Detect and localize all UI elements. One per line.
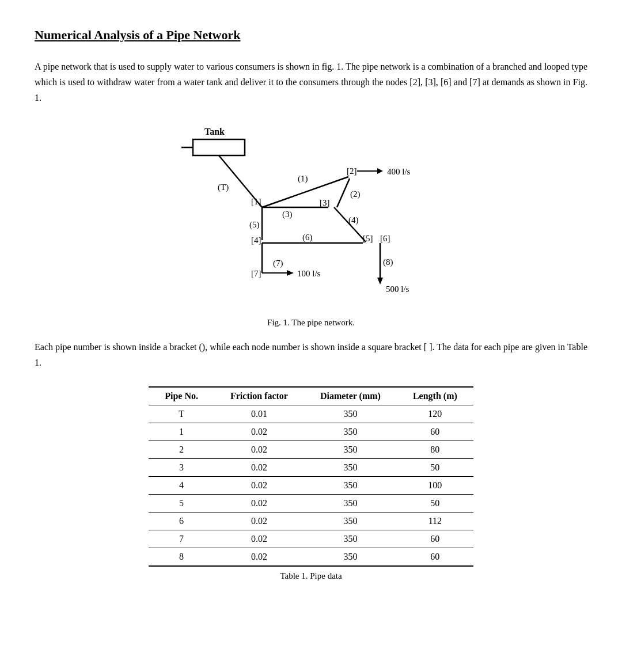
table-cell-5-2: 350	[304, 494, 397, 512]
table-row: 10.0235060	[149, 423, 473, 441]
svg-text:(4): (4)	[348, 215, 359, 225]
table-cell-4-2: 350	[304, 476, 397, 494]
table-header-row: Pipe No. Friction factor Diameter (mm) L…	[149, 387, 473, 405]
svg-text:[7]: [7]	[251, 269, 261, 278]
table-cell-5-0: 5	[149, 494, 214, 512]
table-row: 80.0235060	[149, 548, 473, 566]
table-cell-7-1: 0.02	[214, 530, 304, 548]
table-row: T0.01350120	[149, 405, 473, 423]
table-cell-8-2: 350	[304, 548, 397, 566]
svg-marker-10	[377, 168, 383, 174]
svg-text:(7): (7)	[273, 259, 283, 268]
table-cell-2-0: 2	[149, 441, 214, 458]
table-cell-0-3: 120	[397, 405, 473, 423]
table-row: 50.0235050	[149, 494, 473, 512]
svg-text:400 l/s: 400 l/s	[387, 167, 411, 176]
svg-text:(T): (T)	[218, 183, 229, 192]
svg-text:(2): (2)	[350, 189, 361, 199]
table-cell-4-0: 4	[149, 476, 214, 494]
table-cell-3-2: 350	[304, 458, 397, 476]
svg-text:Tank: Tank	[204, 127, 225, 136]
table-cell-0-0: T	[149, 405, 214, 423]
table-cell-6-0: 6	[149, 512, 214, 530]
col-header-pipe-no: Pipe No.	[149, 387, 214, 405]
table-cell-5-3: 50	[397, 494, 473, 512]
intro-paragraph: A pipe network that is used to supply wa…	[35, 59, 587, 106]
col-header-length: Length (m)	[397, 387, 473, 405]
table-cell-6-1: 0.02	[214, 512, 304, 530]
table-cell-0-2: 350	[304, 405, 397, 423]
pipe-data-table: Pipe No. Friction factor Diameter (mm) L…	[149, 386, 473, 567]
svg-text:[3]: [3]	[320, 198, 330, 207]
table-row: 20.0235080	[149, 441, 473, 458]
table-cell-1-1: 0.02	[214, 423, 304, 441]
svg-text:[2]: [2]	[347, 166, 357, 176]
table-cell-6-2: 350	[304, 512, 397, 530]
table-cell-1-3: 60	[397, 423, 473, 441]
svg-text:(8): (8)	[383, 257, 393, 267]
svg-line-30	[334, 207, 366, 242]
svg-marker-26	[287, 270, 294, 276]
figure-caption: Fig. 1. The pipe network.	[267, 318, 355, 328]
table-row: 60.02350112	[149, 512, 473, 530]
table-cell-7-3: 60	[397, 530, 473, 548]
pipe-network-diagram: Tank (T) [1] (1) [2] 400 l/s [3] (3) (2)…	[138, 122, 484, 312]
svg-line-15	[337, 179, 350, 207]
table-cell-4-3: 100	[397, 476, 473, 494]
svg-text:[6]: [6]	[380, 234, 390, 243]
table-cell-2-3: 80	[397, 441, 473, 458]
svg-text:(5): (5)	[249, 220, 260, 230]
table-cell-3-3: 50	[397, 458, 473, 476]
table-row: 70.0235060	[149, 530, 473, 548]
svg-text:500 l/s: 500 l/s	[386, 284, 409, 294]
col-header-diameter: Diameter (mm)	[304, 387, 397, 405]
table-cell-8-1: 0.02	[214, 548, 304, 566]
svg-text:100 l/s: 100 l/s	[297, 269, 321, 278]
table-cell-3-0: 3	[149, 458, 214, 476]
svg-marker-34	[377, 278, 383, 284]
table-cell-8-3: 60	[397, 548, 473, 566]
table-cell-4-1: 0.02	[214, 476, 304, 494]
table-cell-8-0: 8	[149, 548, 214, 566]
table-cell-3-1: 0.02	[214, 458, 304, 476]
table-wrapper: Pipe No. Friction factor Diameter (mm) L…	[35, 386, 587, 581]
svg-rect-0	[193, 139, 245, 155]
table-caption: Table 1. Pipe data	[280, 571, 342, 581]
page-title: Numerical Analysis of a Pipe Network	[35, 28, 587, 43]
svg-text:[5]: [5]	[363, 234, 373, 243]
table-cell-7-2: 350	[304, 530, 397, 548]
table-cell-7-0: 7	[149, 530, 214, 548]
svg-text:(3): (3)	[282, 210, 293, 219]
table-row: 30.0235050	[149, 458, 473, 476]
table-cell-2-2: 350	[304, 441, 397, 458]
svg-text:(1): (1)	[298, 174, 308, 184]
svg-text:[1]: [1]	[251, 197, 261, 206]
table-cell-0-1: 0.01	[214, 405, 304, 423]
svg-text:[4]: [4]	[251, 236, 261, 245]
table-cell-1-2: 350	[304, 423, 397, 441]
col-header-friction: Friction factor	[214, 387, 304, 405]
figure-container: Tank (T) [1] (1) [2] 400 l/s [3] (3) (2)…	[35, 122, 587, 328]
table-cell-1-0: 1	[149, 423, 214, 441]
table-cell-2-1: 0.02	[214, 441, 304, 458]
svg-text:(6): (6)	[302, 233, 313, 242]
table-row: 40.02350100	[149, 476, 473, 494]
table-cell-6-3: 112	[397, 512, 473, 530]
body-paragraph: Each pipe number is shown inside a brack…	[35, 339, 587, 370]
table-cell-5-1: 0.02	[214, 494, 304, 512]
